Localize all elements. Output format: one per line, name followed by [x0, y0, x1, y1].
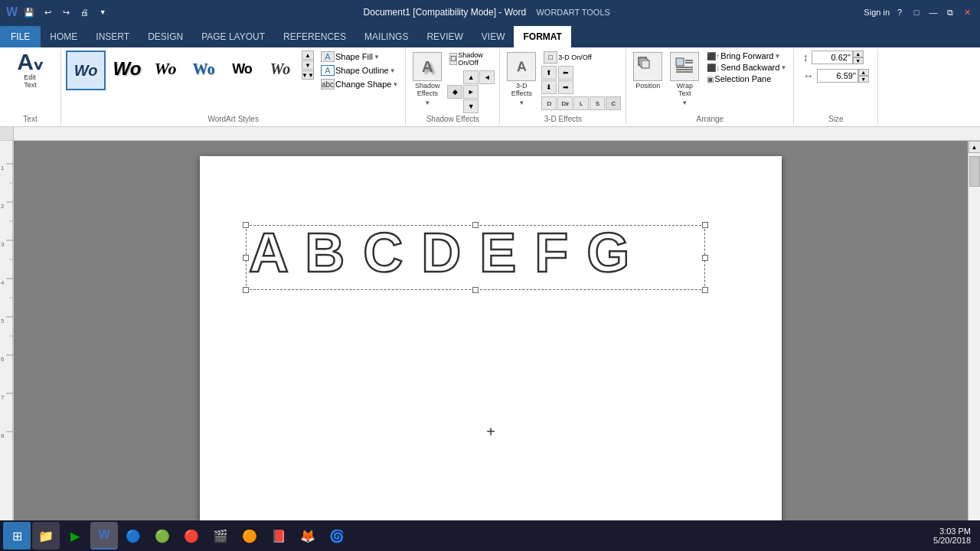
taskbar-app7[interactable]: 🟠: [236, 522, 263, 549]
taskbar-app8[interactable]: 📕: [265, 522, 292, 549]
handle-top-middle[interactable]: [472, 222, 479, 228]
redo-button[interactable]: ↪: [59, 5, 73, 19]
handle-top-left[interactable]: [243, 222, 249, 228]
ribbon-group-3d: A 3-DEffects ▼ □ 3-D On/Off ⬆ ⬇ ⬅: [500, 49, 626, 125]
threed-color-button[interactable]: C: [606, 96, 621, 110]
handle-middle-right[interactable]: [702, 255, 708, 261]
tab-review[interactable]: REVIEW: [417, 26, 472, 47]
selection-pane-button[interactable]: ▣ Selection Pane: [704, 73, 789, 84]
tab-file[interactable]: FILE: [0, 26, 41, 47]
vertical-scrollbar[interactable]: ▲ ▼: [968, 141, 980, 539]
scroll-thumb[interactable]: [969, 156, 980, 187]
tab-mailings[interactable]: MAILINGS: [355, 26, 417, 47]
change-shape-label: Change Shape: [335, 80, 391, 89]
wordart-scroll-up[interactable]: ▲: [302, 51, 314, 60]
shadow-on-off-button[interactable]: ☐ ShadowOn/Off: [447, 51, 484, 67]
arrange-group-label: Arrange: [697, 113, 724, 123]
edit-text-button[interactable]: Aᵥ EditText: [17, 51, 44, 89]
direction-button[interactable]: Dir: [557, 96, 573, 110]
taskbar-app5[interactable]: 🔴: [178, 522, 205, 549]
wordart-style-4[interactable]: Wo: [224, 51, 260, 87]
taskbar-firefox[interactable]: 🦊: [294, 522, 322, 549]
shadow-effects-button[interactable]: A ShadowEffects ▼: [410, 51, 444, 108]
tilt-left-button[interactable]: ⬅: [558, 66, 573, 80]
surface-button[interactable]: S: [590, 96, 605, 110]
tab-design[interactable]: DESIGN: [139, 26, 192, 47]
height-spinner: 0.62" ▲ ▼: [812, 51, 864, 64]
bring-forward-button[interactable]: ⬛↑ Bring Forward ▼: [704, 51, 789, 61]
threed-on-off-button[interactable]: □ 3-D On/Off: [541, 51, 621, 64]
shadow-color-button[interactable]: ◆: [447, 85, 462, 99]
tilt-down-button[interactable]: ⬆: [541, 66, 557, 80]
taskbar-explorer[interactable]: 📁: [32, 522, 60, 549]
shadow-nudge-controls: ▲ ◄ ◆ ► ▼: [447, 70, 495, 113]
lighting-button[interactable]: L: [573, 96, 589, 110]
shape-outline-button[interactable]: A Shape Outline ▼: [318, 64, 400, 77]
send-backward-button[interactable]: ⬛↓ Send Backward ▼: [704, 62, 789, 73]
width-input[interactable]: 6.59": [817, 69, 858, 83]
save-button[interactable]: 💾: [22, 5, 36, 19]
cursor-crosshair: +: [486, 424, 495, 439]
depth-button[interactable]: D: [541, 96, 557, 110]
tab-format[interactable]: FORMAT: [514, 26, 570, 47]
help-button[interactable]: ?: [893, 5, 906, 19]
wrap-text-button[interactable]: WrapText ▼: [668, 51, 701, 108]
handle-middle-left[interactable]: [243, 255, 249, 261]
wordart-style-3[interactable]: Wo: [185, 51, 222, 87]
taskbar-chrome[interactable]: 🟢: [149, 522, 176, 549]
position-button[interactable]: Position: [631, 51, 665, 92]
print-preview-button[interactable]: 🖨: [77, 5, 91, 19]
minimize-button[interactable]: —: [926, 5, 940, 19]
date-display: 5/20/2018: [933, 536, 971, 545]
tab-view[interactable]: VIEW: [472, 26, 514, 47]
wordart-style-5[interactable]: Wo: [262, 51, 299, 87]
close-button[interactable]: ✕: [960, 5, 974, 19]
tab-references[interactable]: REFERENCES: [274, 26, 355, 47]
start-button[interactable]: ⊞: [3, 522, 31, 549]
handle-bottom-middle[interactable]: [472, 287, 479, 293]
app9-icon: 🌀: [329, 529, 345, 543]
nudge-shadow-left-button[interactable]: ◄: [479, 70, 495, 84]
tab-page-layout[interactable]: PAGE LAYOUT: [192, 26, 274, 47]
handle-top-right[interactable]: [702, 222, 708, 228]
width-decrement-button[interactable]: ▼: [858, 76, 869, 83]
nudge-shadow-right-button[interactable]: ►: [463, 85, 479, 99]
tilt-up-button[interactable]: ⬇: [541, 80, 557, 94]
taskbar-app9[interactable]: 🌀: [323, 522, 351, 549]
height-increment-button[interactable]: ▲: [853, 51, 864, 57]
shadow-effects-group-label: Shadow Effects: [426, 113, 479, 123]
height-decrement-button[interactable]: ▼: [853, 57, 864, 64]
wordart-scroll-more[interactable]: ▼▼: [302, 70, 314, 80]
wordart-selected-style[interactable]: Wo: [66, 51, 106, 90]
wordart-style-1[interactable]: Wo: [109, 51, 145, 87]
tilt-right-button[interactable]: ➡: [558, 80, 573, 94]
wordart-object[interactable]: A B C D E F G: [246, 225, 705, 290]
shape-fill-button[interactable]: A Shape Fill ▼: [318, 51, 400, 63]
handle-bottom-right[interactable]: [702, 287, 708, 293]
handle-bottom-left[interactable]: [243, 287, 249, 293]
scroll-up-button[interactable]: ▲: [969, 141, 981, 153]
restore-button[interactable]: ⧉: [943, 5, 957, 19]
svg-text:6: 6: [1, 356, 5, 363]
threed-effects-button[interactable]: A 3-DEffects ▼: [505, 51, 538, 108]
tab-insert[interactable]: INSERT: [87, 26, 139, 47]
tab-home[interactable]: HOME: [41, 26, 87, 47]
taskbar-app3[interactable]: 🔵: [119, 522, 147, 549]
ribbon-display-button[interactable]: □: [910, 5, 923, 19]
taskbar-word[interactable]: W: [90, 522, 118, 549]
change-shape-button[interactable]: abc Change Shape ▼: [318, 78, 400, 90]
wordart-scroll-down[interactable]: ▼: [302, 60, 314, 70]
taskbar-app6[interactable]: 🎬: [207, 522, 234, 549]
document-page[interactable]: A B C D E F G +: [200, 156, 782, 523]
nudge-shadow-up-button[interactable]: ▲: [463, 70, 479, 84]
height-input[interactable]: 0.62": [812, 51, 853, 64]
svg-text:8: 8: [1, 432, 5, 439]
customize-button[interactable]: ▼: [96, 5, 109, 19]
nudge-shadow-down-button[interactable]: ▼: [463, 99, 479, 113]
width-increment-button[interactable]: ▲: [858, 69, 869, 76]
undo-button[interactable]: ↩: [41, 5, 54, 19]
sign-in-button[interactable]: Sign in: [864, 8, 890, 17]
taskbar-media-player[interactable]: ▶: [61, 522, 89, 549]
chrome-icon: 🟢: [155, 529, 170, 543]
wordart-style-2[interactable]: Wo: [147, 51, 184, 87]
